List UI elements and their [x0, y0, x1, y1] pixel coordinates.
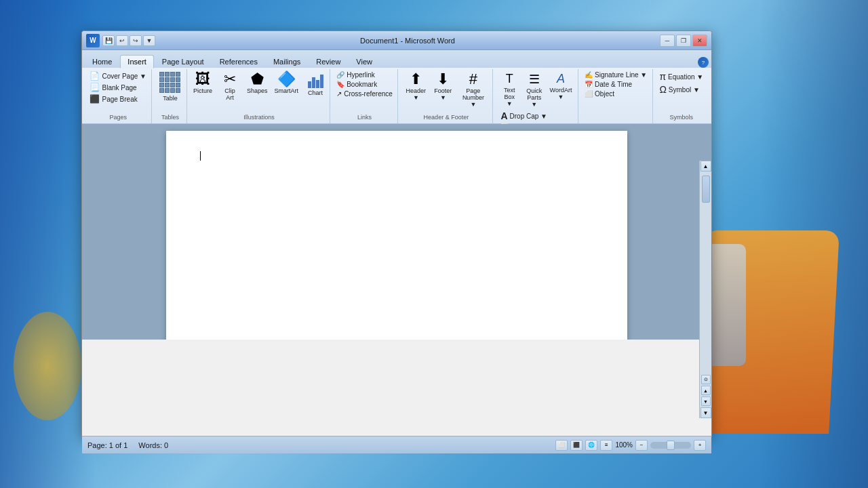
chart-icon: [308, 72, 323, 88]
links-label: Links: [357, 114, 372, 122]
clip-art-label: ClipArt: [224, 87, 235, 101]
smartart-icon: 🔷: [277, 72, 296, 87]
tab-references[interactable]: References: [212, 55, 265, 68]
qat-more-button[interactable]: ▼: [143, 35, 155, 46]
tab-home[interactable]: Home: [85, 55, 119, 68]
window-controls: ─ ❐ ✕: [660, 35, 707, 47]
text-cursor: [200, 151, 201, 161]
scroll-select-browse-button[interactable]: ⊙: [701, 375, 711, 384]
restore-button[interactable]: ❐: [676, 35, 691, 47]
title-bar-left: W 💾 ↩ ↪ ▼: [86, 34, 155, 47]
illustrations-label: Illustrations: [243, 114, 275, 122]
web-layout-view-button[interactable]: 🌐: [585, 440, 597, 451]
drop-cap-icon: A: [500, 110, 507, 121]
cover-page-button[interactable]: 📄 Cover Page ▼: [87, 70, 148, 81]
close-button[interactable]: ✕: [692, 35, 707, 47]
footer-icon: ⬇: [437, 72, 449, 87]
symbols-buttons: π Equation ▼ Ω Symbol ▼: [657, 70, 705, 96]
tab-page-layout[interactable]: Page Layout: [155, 55, 212, 68]
full-screen-view-button[interactable]: ⬛: [570, 440, 583, 451]
quick-parts-button[interactable]: ☰ QuickParts ▼: [521, 70, 547, 109]
hyperlink-button[interactable]: 🔗 Hyperlink: [334, 70, 395, 79]
smartart-label: SmartArt: [275, 87, 299, 94]
tab-view[interactable]: View: [349, 55, 380, 68]
status-bar: Page: 1 of 1 Words: 0 ⬜ ⬛ 🌐 ≡ 100% − +: [82, 436, 711, 453]
ribbon-group-text: T TextBox ▼ ☰ QuickParts ▼ A WordArt▼: [494, 69, 578, 123]
scroll-prev-button[interactable]: ▲: [701, 386, 711, 395]
date-time-button[interactable]: 📅 Date & Time: [583, 80, 649, 89]
signature-line-button[interactable]: ✍ Signature Line ▼: [583, 70, 649, 79]
picture-icon: 🖼: [195, 72, 210, 87]
symbol-button[interactable]: Ω Symbol ▼: [657, 83, 705, 96]
chart-button[interactable]: Chart: [303, 70, 328, 98]
ribbon-group-links: 🔗 Hyperlink 🔖 Bookmark ↗ Cross-reference: [332, 69, 399, 123]
zoom-out-button[interactable]: −: [635, 440, 648, 451]
header-button[interactable]: ⬆ Header▼: [403, 70, 428, 102]
zoom-slider[interactable]: [650, 442, 691, 449]
table-button[interactable]: Table: [157, 70, 182, 103]
save-button[interactable]: 💾: [102, 35, 115, 46]
footer-button[interactable]: ⬇ Footer▼: [431, 70, 455, 102]
window-title: Document1 - Microsoft Word: [360, 37, 455, 45]
bookmark-icon: 🔖: [336, 81, 344, 88]
vertical-scrollbar: ▲ ⊙ ▲ ▼ ▼: [699, 161, 711, 418]
equation-icon: π: [659, 71, 666, 82]
date-time-icon: 📅: [585, 81, 593, 88]
object-small-button[interactable]: ⬜ Object: [583, 89, 649, 98]
tab-mailings[interactable]: Mailings: [266, 55, 308, 68]
clip-art-icon: ✂: [224, 72, 236, 87]
blank-page-button[interactable]: 📃 Blank Page: [87, 82, 148, 93]
page-number-icon: #: [469, 72, 477, 87]
document-area[interactable]: [82, 124, 711, 340]
print-layout-view-button[interactable]: ⬜: [555, 440, 568, 451]
zoom-level: 100%: [615, 441, 633, 449]
scroll-controls: ⊙ ▲ ▼: [700, 373, 712, 407]
shapes-label: Shapes: [247, 87, 268, 94]
smartart-button[interactable]: 🔷 SmartArt: [273, 70, 301, 96]
scroll-thumb[interactable]: [702, 176, 710, 203]
tables-label: Tables: [161, 114, 179, 122]
picture-button[interactable]: 🖼 Picture: [191, 70, 215, 96]
illustrations-items: 🖼 Picture ✂ ClipArt ⬟ Shapes 🔷: [191, 70, 328, 114]
wordart-button[interactable]: A WordArt▼: [548, 70, 573, 109]
document-page: [166, 131, 627, 340]
outline-view-button[interactable]: ≡: [600, 440, 612, 451]
page-count: Page: 1 of 1: [87, 441, 127, 449]
page-break-icon: ⬛: [90, 94, 100, 104]
tab-insert[interactable]: Insert: [120, 55, 154, 68]
tab-review[interactable]: Review: [309, 55, 348, 68]
zoom-handle[interactable]: [667, 441, 675, 450]
scroll-next-button[interactable]: ▼: [701, 396, 711, 406]
status-right: ⬜ ⬛ 🌐 ≡ 100% − +: [555, 440, 706, 451]
symbols-items: π Equation ▼ Ω Symbol ▼: [657, 70, 705, 114]
pages-buttons: 📄 Cover Page ▼ 📃 Blank Page ⬛ Page Break: [87, 70, 148, 104]
word-count: Words: 0: [138, 441, 168, 449]
ribbon-content: 📄 Cover Page ▼ 📃 Blank Page ⬛ Page Break: [82, 68, 711, 123]
redo-button[interactable]: ↪: [130, 35, 142, 46]
hyperlink-icon: 🔗: [336, 71, 344, 79]
equation-button[interactable]: π Equation ▼: [657, 70, 705, 83]
chart-label: Chart: [308, 89, 323, 96]
status-left: Page: 1 of 1 Words: 0: [87, 441, 168, 449]
minimize-button[interactable]: ─: [660, 35, 675, 47]
clip-art-button[interactable]: ✂ ClipArt: [218, 70, 242, 102]
text-box-button[interactable]: T TextBox ▼: [498, 70, 520, 109]
links-items: 🔗 Hyperlink 🔖 Bookmark ↗ Cross-reference: [334, 70, 395, 114]
scroll-track[interactable]: [701, 172, 711, 373]
ribbon: Home Insert Page Layout References Maili…: [82, 50, 711, 124]
zoom-in-button[interactable]: +: [694, 440, 706, 451]
pages-items: 📄 Cover Page ▼ 📃 Blank Page ⬛ Page Break: [87, 70, 148, 114]
shapes-icon: ⬟: [251, 72, 264, 87]
undo-button[interactable]: ↩: [116, 35, 128, 46]
table-label: Table: [163, 95, 178, 102]
page-break-button[interactable]: ⬛ Page Break: [87, 94, 148, 104]
ribbon-group-tables: Table Tables: [153, 69, 187, 123]
drop-cap-button[interactable]: A Drop Cap ▼: [498, 110, 549, 122]
cross-reference-button[interactable]: ↗ Cross-reference: [334, 89, 395, 98]
scroll-up-button[interactable]: ▲: [701, 161, 711, 171]
bookmark-button[interactable]: 🔖 Bookmark: [334, 80, 395, 89]
page-number-button[interactable]: # PageNumber ▼: [458, 70, 488, 109]
scroll-down-button[interactable]: ▼: [701, 407, 711, 418]
help-button[interactable]: ?: [698, 57, 709, 68]
shapes-button[interactable]: ⬟ Shapes: [245, 70, 270, 96]
